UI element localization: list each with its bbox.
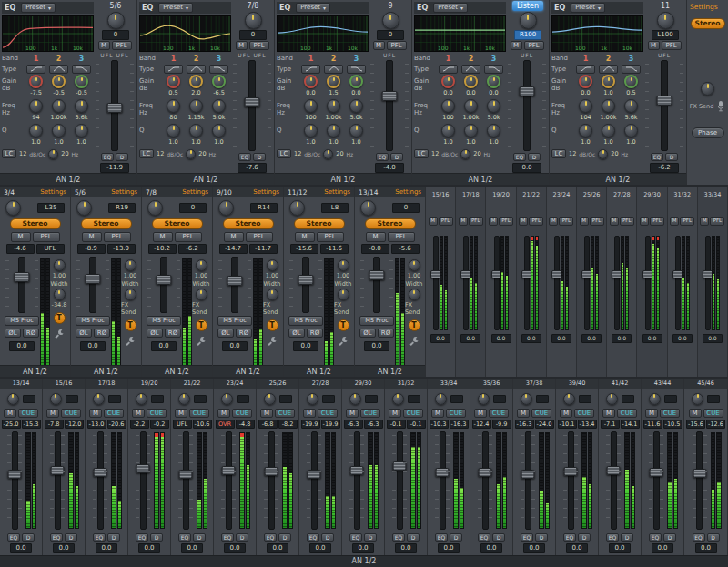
eq-type-button[interactable] <box>49 65 68 74</box>
dynamics-enable-button[interactable]: D <box>65 533 77 542</box>
width-knob[interactable] <box>267 259 278 271</box>
settings-link[interactable]: Settings <box>395 188 421 196</box>
freq-knob-band2[interactable] <box>189 99 203 113</box>
mute-button[interactable]: M <box>153 232 173 242</box>
fader-handle[interactable] <box>369 270 385 280</box>
q-knob-band2[interactable] <box>189 124 203 137</box>
band-2-label[interactable]: 2 <box>460 55 482 63</box>
gain-knob-band2[interactable] <box>327 75 340 88</box>
eq-enable-button[interactable]: EQ <box>349 533 362 542</box>
band-2-label[interactable]: 2 <box>597 55 620 63</box>
channel-label[interactable]: 45/46 <box>684 379 727 389</box>
fader-track[interactable] <box>653 431 660 530</box>
band-1-label[interactable]: 1 <box>437 55 460 63</box>
width-knob[interactable] <box>54 259 66 271</box>
pan-knob[interactable] <box>563 393 575 405</box>
pan-knob[interactable] <box>218 200 234 216</box>
channel-label[interactable]: 7/8 <box>243 1 264 11</box>
channel-label[interactable]: 5/6 <box>75 188 86 197</box>
q-knob-band1[interactable] <box>441 124 455 137</box>
pan-knob[interactable] <box>606 393 618 405</box>
cue-button[interactable]: CUE <box>703 409 723 418</box>
ms-proc-button[interactable]: MS Proc <box>217 316 252 326</box>
pan-knob[interactable] <box>107 12 125 29</box>
pan-knob[interactable] <box>360 200 376 216</box>
channel-label[interactable]: 37/38 <box>513 379 555 389</box>
fader-track[interactable] <box>433 236 439 330</box>
band-3-label[interactable]: 3 <box>620 55 642 63</box>
pan-knob[interactable] <box>435 393 447 405</box>
channel-label[interactable]: 5/6 <box>106 1 126 11</box>
freq-knob-band3[interactable] <box>349 99 363 113</box>
gain-knob-band1[interactable] <box>167 75 180 88</box>
eq-type-button[interactable] <box>26 65 46 74</box>
channel-fader[interactable] <box>390 431 409 530</box>
wrench-icon[interactable] <box>54 329 65 339</box>
fader-track[interactable] <box>463 236 469 330</box>
pan-knob[interactable] <box>649 393 661 405</box>
stereo-button[interactable]: Stereo <box>365 218 416 229</box>
cue-button[interactable]: CUE <box>446 409 466 418</box>
freq-knob-band1[interactable] <box>167 99 180 113</box>
talkback-button[interactable]: T <box>196 319 207 331</box>
channel-fader[interactable] <box>134 431 152 530</box>
channel-label[interactable]: 13/14 <box>359 188 379 197</box>
fader-track[interactable] <box>584 236 590 330</box>
channel-label[interactable]: 33/34 <box>704 191 722 199</box>
channel-fader[interactable] <box>433 431 451 530</box>
pan-knob[interactable] <box>289 200 305 216</box>
channel-fader[interactable] <box>691 431 709 530</box>
talkback-button[interactable]: T <box>125 319 136 331</box>
fader-track[interactable] <box>12 431 18 530</box>
channel-fader[interactable] <box>75 257 111 313</box>
pfl-button[interactable]: PFL <box>387 41 407 50</box>
fader-track[interactable] <box>482 431 489 530</box>
freq-knob-band3[interactable] <box>212 99 226 113</box>
phase-left-button[interactable]: ØL <box>217 329 234 338</box>
channel-fader[interactable] <box>348 431 366 530</box>
channel-label[interactable]: 31/32 <box>385 379 427 389</box>
eq-enable-button[interactable]: EQ <box>101 153 114 161</box>
mute-button[interactable]: M <box>648 41 660 50</box>
pfl-button[interactable]: PFL <box>317 232 344 242</box>
phase-left-button[interactable]: ØL <box>147 329 163 338</box>
eq-enable-button[interactable]: EQ <box>264 533 277 542</box>
q-knob-band2[interactable] <box>602 124 615 137</box>
cue-button[interactable]: CUE <box>318 409 338 418</box>
fader-handle[interactable] <box>94 468 107 477</box>
pfl-button[interactable]: PFL <box>388 232 415 242</box>
fader-handle[interactable] <box>382 91 398 101</box>
mute-button[interactable]: M <box>602 409 615 418</box>
fader-handle[interactable] <box>607 466 621 475</box>
fader-track[interactable] <box>268 431 275 530</box>
mute-button[interactable]: M <box>46 409 59 418</box>
channel-fader[interactable] <box>48 431 66 530</box>
channel-fader[interactable] <box>369 60 410 151</box>
dynamics-enable-button[interactable]: D <box>665 153 678 161</box>
phase-right-button[interactable]: RØ <box>378 329 394 338</box>
fader-track[interactable] <box>140 431 147 530</box>
eq-enable-button[interactable]: EQ <box>238 153 251 161</box>
pfl-button[interactable]: PFL <box>524 41 544 50</box>
dynamics-enable-button[interactable]: D <box>390 153 403 161</box>
cue-button[interactable]: CUE <box>232 409 252 418</box>
talkback-button[interactable]: T <box>267 319 278 331</box>
channel-fader[interactable] <box>94 60 136 151</box>
dynamics-enable-button[interactable]: D <box>364 533 377 542</box>
eq-enable-button[interactable]: EQ <box>221 533 234 542</box>
channel-fader[interactable] <box>217 257 253 313</box>
fader-track[interactable] <box>705 236 711 330</box>
cue-button[interactable]: CUE <box>275 409 295 418</box>
channel-label[interactable]: 15/16 <box>43 379 85 389</box>
mute-button[interactable]: M <box>459 217 468 226</box>
fader-handle[interactable] <box>228 276 243 286</box>
gain-knob-band1[interactable] <box>29 75 43 88</box>
width-knob[interactable] <box>125 259 136 271</box>
mute-button[interactable]: M <box>303 409 316 418</box>
pfl-button[interactable]: PFL <box>175 232 202 242</box>
cue-button[interactable]: CUE <box>403 409 423 418</box>
fader-track[interactable] <box>524 236 530 330</box>
low-cut-freq-knob[interactable] <box>323 149 333 159</box>
stereo-button[interactable]: Stereo <box>152 218 203 229</box>
low-cut-button[interactable]: LC <box>139 149 154 158</box>
